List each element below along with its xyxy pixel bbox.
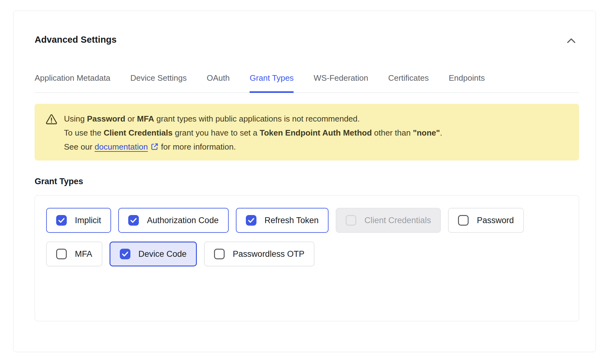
tab-application-metadata[interactable]: Application Metadata [35, 73, 110, 92]
grant-types-panel: Implicit Authorization Code Refresh Toke… [35, 195, 579, 321]
grant-type-mfa[interactable]: MFA [46, 242, 102, 266]
checkmark-icon [122, 251, 129, 257]
chevron-up-icon [567, 38, 576, 43]
grant-type-label: Client Credentials [364, 216, 431, 225]
checkbox-unchecked [214, 249, 225, 259]
warning-line-3: See our documentation for more informati… [64, 140, 442, 155]
tab-oauth[interactable]: OAuth [207, 73, 230, 92]
tab-ws-federation[interactable]: WS-Federation [314, 73, 368, 92]
grant-types-section-label: Grant Types [35, 177, 83, 186]
grant-type-label: Password [477, 216, 514, 225]
grant-type-label: Refresh Token [265, 216, 319, 225]
grant-type-refresh-token[interactable]: Refresh Token [236, 208, 329, 233]
collapse-section-button[interactable] [565, 36, 577, 45]
grant-type-device-code[interactable]: Device Code [110, 242, 197, 266]
tab-certificates[interactable]: Certificates [388, 73, 429, 92]
checkbox-checked [56, 215, 67, 226]
grant-type-label: Authorization Code [147, 216, 219, 225]
tab-endpoints[interactable]: Endpoints [449, 73, 485, 92]
warning-line-2: To use the Client Credentials grant you … [64, 126, 442, 140]
page-title: Advanced Settings [35, 35, 117, 45]
warning-line-1: Using Password or MFA grant types with p… [64, 112, 442, 126]
tab-grant-types[interactable]: Grant Types [250, 73, 294, 92]
checkbox-unchecked [458, 215, 469, 226]
documentation-link[interactable]: documentation [95, 142, 148, 151]
checkbox-checked [246, 215, 256, 226]
grant-type-label: Implicit [75, 216, 101, 225]
tab-bar: Application Metadata Device Settings OAu… [35, 73, 579, 93]
grant-types-row-2: MFA Device Code Passwordless OTP [46, 242, 579, 266]
warning-banner-text: Using Password or MFA grant types with p… [64, 112, 442, 155]
grant-type-label: MFA [75, 249, 92, 259]
grant-type-label: Passwordless OTP [233, 249, 304, 259]
checkbox-unchecked [56, 249, 67, 259]
warning-banner: Using Password or MFA grant types with p… [35, 104, 579, 160]
grant-type-authorization-code[interactable]: Authorization Code [118, 208, 229, 233]
advanced-settings-card: Advanced Settings Application Metadata D… [13, 11, 596, 352]
checkbox-checked [128, 215, 139, 226]
checkbox-unchecked-disabled [346, 215, 356, 226]
grant-types-row-1: Implicit Authorization Code Refresh Toke… [46, 208, 579, 233]
grant-type-client-credentials: Client Credentials [336, 208, 441, 233]
grant-type-label: Device Code [139, 249, 187, 259]
grant-type-implicit[interactable]: Implicit [46, 208, 111, 233]
grant-type-password[interactable]: Password [448, 208, 524, 233]
external-link-icon [150, 143, 159, 153]
checkbox-checked [120, 249, 130, 259]
checkmark-icon [130, 218, 137, 223]
tab-device-settings[interactable]: Device Settings [130, 73, 187, 92]
warning-triangle-icon [46, 114, 57, 126]
checkmark-icon [248, 218, 255, 223]
checkmark-icon [58, 218, 65, 223]
grant-type-passwordless-otp[interactable]: Passwordless OTP [204, 242, 314, 266]
